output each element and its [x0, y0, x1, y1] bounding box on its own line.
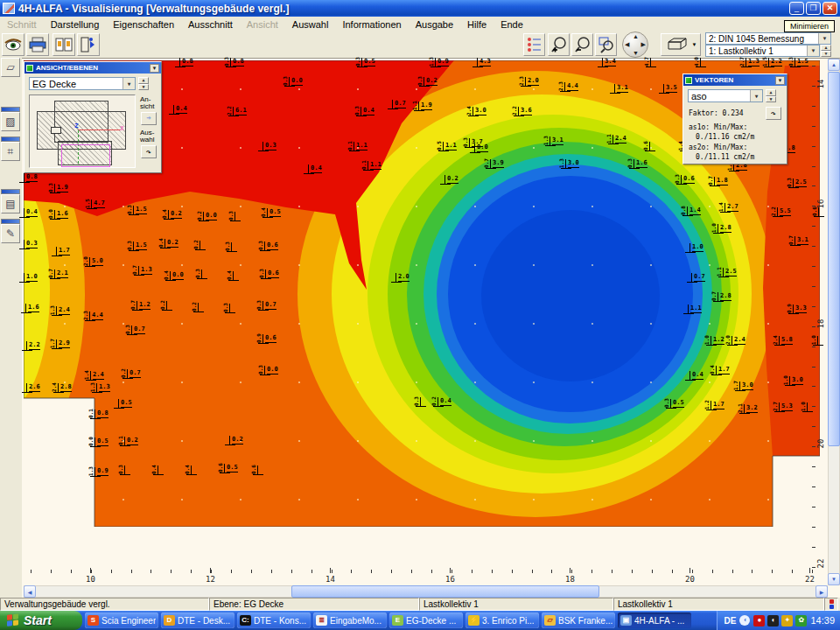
v-scroll-thumb[interactable] [828, 72, 840, 446]
taskbar-task-flash[interactable]: ⚡3. Enrico Pi... [466, 612, 539, 628]
media-icon[interactable]: ◐ [767, 615, 779, 626]
flash-icon[interactable]: ✦ [781, 615, 793, 626]
plan-minimap[interactable]: z x [29, 94, 136, 168]
zoom-out-button[interactable] [571, 33, 593, 56]
scroll-up-icon[interactable]: ▲ [828, 59, 840, 71]
chevron-down-icon[interactable]: ▼ [122, 78, 135, 89]
x-axis-label: x [120, 124, 124, 132]
egdecke-icon: E [392, 615, 403, 626]
taskbar-task-dte[interactable]: DDTE - Desk... [161, 612, 234, 628]
x-tick-label: 10 [86, 575, 95, 584]
y-tick-label: 20 [816, 439, 825, 449]
taskbar-task-document[interactable]: ≣EingabeMo... [313, 612, 387, 628]
menu-item-darstellung[interactable]: Darstellung [44, 18, 107, 31]
taskbar-task-egdecke[interactable]: EEG-Decke ... [389, 612, 463, 628]
menu-item-eigenschaften[interactable]: Eigenschaften [106, 18, 181, 31]
exit-button[interactable] [77, 33, 100, 56]
windows-flag-icon [7, 613, 19, 626]
menu-item-informationen[interactable]: Informationen [335, 18, 408, 31]
tray-chevron-icon[interactable]: ‹ [739, 615, 750, 626]
clock: 14:39 [810, 615, 835, 626]
console-icon: C: [240, 615, 251, 626]
language-indicator[interactable]: DE [724, 616, 737, 626]
start-button[interactable]: Start [0, 611, 82, 630]
view-eye-button[interactable] [2, 33, 24, 56]
component-select[interactable]: aso ▼ [688, 89, 763, 102]
restore-button[interactable]: ❐ [806, 2, 821, 15]
as2o-minmax-label: as2o: Min/Max: [689, 144, 747, 151]
printer-icon [29, 37, 46, 52]
table-layer-button[interactable]: ▤ [1, 194, 20, 214]
taskbar-task-folder[interactable]: ▱BSK Franke... [542, 612, 615, 628]
selection-button[interactable]: ↷ [141, 145, 157, 158]
palette-title-bar[interactable]: ANSICHT/EBENEN ▼ [24, 62, 161, 74]
zoom-in-button[interactable] [548, 33, 570, 56]
y-tick-label: 16 [816, 200, 825, 209]
print-button[interactable] [26, 33, 49, 56]
pan-pad-icon: ▲ ▼ ◀ ▶ [622, 32, 648, 58]
palette-menu-button[interactable]: ▼ [775, 76, 785, 85]
palette-menu-button[interactable]: ▼ [150, 64, 159, 73]
apply-view-button[interactable]: ➜ [141, 112, 157, 125]
status-section: Verwaltungsgebäude vergl. [0, 598, 209, 611]
document-icon: ≣ [316, 615, 327, 626]
zoom-out-icon [574, 36, 592, 53]
menu-item-auswahl[interactable]: Auswahl [285, 18, 336, 31]
selection-rect [61, 144, 110, 167]
legend-button[interactable] [523, 33, 545, 56]
vector-layer-button[interactable]: ✎ [1, 224, 20, 243]
title-bar[interactable]: 4H-ALFA - Visualisierung [Verwaltungsgeb… [0, 0, 840, 17]
cube-3d-icon [665, 37, 690, 52]
scroll-down-icon[interactable]: ▼ [828, 573, 840, 585]
book-pages-icon [55, 37, 73, 52]
chevron-down-icon[interactable]: ▼ [807, 46, 819, 56]
taskbar-task-console[interactable]: C:DTE - Kons... [237, 612, 311, 628]
exit-door-icon [80, 37, 97, 52]
minimize-button[interactable]: _ [789, 2, 804, 15]
ansicht-ebenen-palette[interactable]: ANSICHT/EBENEN ▼ EG Decke ▼ ▲▼ z x [24, 61, 162, 173]
h-scroll-thumb[interactable] [291, 585, 599, 598]
pages-button[interactable] [52, 33, 75, 56]
menu-item-hilfe[interactable]: Hilfe [460, 18, 494, 31]
status-indicator-icon [824, 598, 838, 611]
lastfall-select[interactable]: 1: Lastkollektiv 1 ▼ [705, 45, 820, 57]
taskbar-task-scia[interactable]: SScia Engineer [85, 612, 158, 628]
lastfall-select-value: 1: Lastkollektiv 1 [706, 46, 807, 56]
menu-item-ausschnitt[interactable]: Ausschnitt [181, 18, 240, 31]
zoom-window-button[interactable] [595, 33, 617, 56]
palette-title-bar[interactable]: VEKTOREN ▼ [683, 74, 787, 86]
taskbar: Start SScia EngineerDDTE - Desk...C:DTE … [0, 611, 840, 630]
menu-item-ansicht: Ansicht [240, 18, 285, 31]
scroll-right-icon[interactable]: ▶ [816, 585, 828, 598]
lastfall-spinner[interactable]: ▲▼ [821, 45, 831, 57]
scroll-left-icon[interactable]: ◀ [24, 585, 36, 598]
update-icon[interactable]: ✿ [795, 615, 807, 626]
chevron-down-icon[interactable]: ▼ [818, 33, 830, 44]
view-3d-button[interactable]: ▼ [661, 33, 701, 56]
alfa-icon: ▣ [620, 615, 632, 626]
hatch-layer-button[interactable]: ▨ [1, 112, 20, 131]
scia-icon: S [88, 615, 99, 626]
plane-view-button[interactable]: ▱ [1, 58, 20, 77]
vektoren-palette[interactable]: VEKTOREN ▼ aso ▼ ▲▼ Faktor: 0.234 ↷ as1o… [682, 74, 788, 164]
pan-control[interactable]: ▲ ▼ ◀ ▶ [618, 32, 653, 58]
player-icon[interactable]: ● [753, 615, 765, 626]
close-button[interactable]: ✕ [822, 2, 837, 15]
level-select[interactable]: EG Decke ▼ [29, 77, 136, 90]
x-tick-label: 14 [326, 575, 335, 584]
left-palette-rail: ▱▨⌗▤✎ [0, 58, 22, 598]
taskbar-task-alfa[interactable]: ▣4H-ALFA - ... [618, 612, 691, 628]
menu-item-ausgabe[interactable]: Ausgabe [409, 18, 460, 31]
norm-select[interactable]: 2: DIN 1045 Bemessung ▼ [705, 32, 831, 45]
as1o-minmax-value: 0./11.16 cm2/m [696, 133, 754, 141]
x-tick-label: 12 [206, 575, 215, 584]
component-spinner[interactable]: ▲▼ [766, 89, 776, 102]
chevron-down-icon[interactable]: ▼ [750, 90, 762, 102]
palette-title: VEKTOREN [695, 76, 733, 84]
palette-icon [685, 77, 692, 84]
mesh-layer-button[interactable]: ⌗ [1, 142, 20, 161]
menu-item-ende[interactable]: Ende [494, 18, 530, 31]
refresh-button[interactable]: ↷ [766, 107, 781, 120]
selection-label: Aus-wahl [140, 130, 154, 144]
level-spinner[interactable]: ▲▼ [138, 77, 149, 90]
